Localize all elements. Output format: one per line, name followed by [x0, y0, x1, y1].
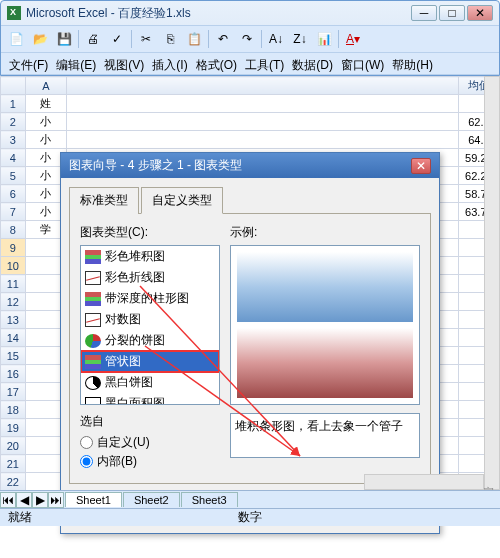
radio-custom[interactable]: 自定义(U) — [80, 434, 220, 451]
menu-format[interactable]: 格式(O) — [192, 55, 241, 72]
cut-icon[interactable]: ✂ — [135, 28, 157, 50]
undo-icon[interactable]: ↶ — [212, 28, 234, 50]
menu-help[interactable]: 帮助(H) — [388, 55, 437, 72]
dialog-close-button[interactable]: ✕ — [411, 158, 431, 174]
toolbar: 📄 📂 💾 🖨 ✓ ✂ ⎘ 📋 ↶ ↷ A↓ Z↓ 📊 A▾ — [1, 25, 499, 53]
tab-nav-prev[interactable]: ◀ — [16, 492, 32, 508]
tab-nav-first[interactable]: ⏮ — [0, 492, 16, 508]
open-icon[interactable]: 📂 — [29, 28, 51, 50]
menu-file[interactable]: 文件(F) — [5, 55, 52, 72]
tab-standard-types[interactable]: 标准类型 — [69, 187, 139, 214]
menu-view[interactable]: 视图(V) — [100, 55, 148, 72]
spellcheck-icon[interactable]: ✓ — [106, 28, 128, 50]
excel-icon — [7, 6, 21, 20]
worksheet[interactable]: A均值 1姓 2小62.5 3小64.5 4小59.25 5小62.25 6小5… — [0, 76, 500, 526]
column-chart-icon — [85, 292, 101, 306]
window-title: Microsoft Excel - 百度经验1.xls — [26, 5, 411, 22]
row-header[interactable]: 3 — [1, 131, 26, 149]
row-header[interactable]: 7 — [1, 203, 26, 221]
sheet-tab[interactable]: Sheet1 — [65, 492, 122, 507]
list-item-selected: 管状图 — [81, 351, 219, 372]
line-chart-icon — [85, 271, 101, 285]
list-item: 黑白饼图 — [81, 372, 219, 393]
vertical-scrollbar[interactable] — [484, 76, 500, 490]
row-header[interactable]: 4 — [1, 149, 26, 167]
horizontal-scrollbar[interactable] — [364, 474, 484, 490]
row-header[interactable]: 22 — [1, 473, 26, 491]
bw-area-icon — [85, 397, 101, 406]
tab-nav-last[interactable]: ⏭ — [48, 492, 64, 508]
row-header[interactable]: 11 — [1, 275, 26, 293]
chart-preview — [230, 245, 420, 405]
log-chart-icon — [85, 313, 101, 327]
row-header[interactable]: 21 — [1, 455, 26, 473]
chart-type-list[interactable]: 彩色堆积图 彩色折线图 带深度的柱形图 对数图 分裂的饼图 管状图 黑白饼图 黑… — [80, 245, 220, 405]
chart-type-label: 图表类型(C): — [80, 224, 220, 241]
row-header[interactable]: 19 — [1, 419, 26, 437]
dialog-title: 图表向导 - 4 步骤之 1 - 图表类型 — [69, 157, 411, 174]
list-item: 彩色折线图 — [81, 267, 219, 288]
tab-nav-next[interactable]: ▶ — [32, 492, 48, 508]
menubar: 文件(F) 编辑(E) 视图(V) 插入(I) 格式(O) 工具(T) 数据(D… — [1, 53, 499, 75]
sort-desc-icon[interactable]: Z↓ — [289, 28, 311, 50]
list-item: 带深度的柱形图 — [81, 288, 219, 309]
menu-insert[interactable]: 插入(I) — [148, 55, 191, 72]
row-header[interactable]: 16 — [1, 365, 26, 383]
list-item: 对数图 — [81, 309, 219, 330]
chart-description: 堆积条形图，看上去象一个管子 — [230, 413, 420, 458]
menu-data[interactable]: 数据(D) — [288, 55, 337, 72]
minimize-button[interactable]: ─ — [411, 5, 437, 21]
font-color-icon[interactable]: A▾ — [342, 28, 364, 50]
row-header[interactable]: 13 — [1, 311, 26, 329]
row-header[interactable]: 18 — [1, 401, 26, 419]
window-titlebar: Microsoft Excel - 百度经验1.xls ─ □ ✕ — [1, 1, 499, 25]
sort-asc-icon[interactable]: A↓ — [265, 28, 287, 50]
chart-icon[interactable]: 📊 — [313, 28, 335, 50]
save-icon[interactable]: 💾 — [53, 28, 75, 50]
stacked-chart-icon — [85, 250, 101, 264]
redo-icon[interactable]: ↷ — [236, 28, 258, 50]
menu-edit[interactable]: 编辑(E) — [52, 55, 100, 72]
source-label: 选自 — [80, 413, 220, 430]
row-header[interactable]: 14 — [1, 329, 26, 347]
col-header[interactable]: A — [25, 77, 66, 95]
row-header[interactable]: 20 — [1, 437, 26, 455]
list-item: 黑白面积图 — [81, 393, 219, 405]
maximize-button[interactable]: □ — [439, 5, 465, 21]
sample-label: 示例: — [230, 224, 420, 241]
status-ready: 就绪 — [8, 509, 32, 526]
new-file-icon[interactable]: 📄 — [5, 28, 27, 50]
tube-chart-icon — [85, 355, 101, 369]
paste-icon[interactable]: 📋 — [183, 28, 205, 50]
close-button[interactable]: ✕ — [467, 5, 493, 21]
pie-chart-icon — [85, 334, 101, 348]
copy-icon[interactable]: ⎘ — [159, 28, 181, 50]
row-header[interactable]: 5 — [1, 167, 26, 185]
row-header[interactable]: 9 — [1, 239, 26, 257]
row-header[interactable]: 1 — [1, 95, 26, 113]
row-header[interactable]: 8 — [1, 221, 26, 239]
row-header[interactable]: 2 — [1, 113, 26, 131]
row-header[interactable]: 10 — [1, 257, 26, 275]
dialog-titlebar[interactable]: 图表向导 - 4 步骤之 1 - 图表类型 ✕ — [61, 153, 439, 178]
sheet-tabs: ⏮ ◀ ▶ ⏭ Sheet1 Sheet2 Sheet3 — [0, 490, 500, 508]
row-header[interactable]: 15 — [1, 347, 26, 365]
list-item: 分裂的饼图 — [81, 330, 219, 351]
tab-custom-types[interactable]: 自定义类型 — [141, 187, 223, 214]
list-item: 彩色堆积图 — [81, 246, 219, 267]
row-header[interactable]: 12 — [1, 293, 26, 311]
radio-builtin[interactable]: 内部(B) — [80, 453, 220, 470]
row-header[interactable]: 17 — [1, 383, 26, 401]
status-mode: 数字 — [238, 509, 262, 526]
print-icon[interactable]: 🖨 — [82, 28, 104, 50]
sheet-tab[interactable]: Sheet3 — [181, 492, 238, 507]
statusbar: 就绪 数字 — [0, 508, 500, 526]
menu-window[interactable]: 窗口(W) — [337, 55, 388, 72]
bw-pie-icon — [85, 376, 101, 390]
menu-tools[interactable]: 工具(T) — [241, 55, 288, 72]
row-header[interactable]: 6 — [1, 185, 26, 203]
sheet-tab[interactable]: Sheet2 — [123, 492, 180, 507]
